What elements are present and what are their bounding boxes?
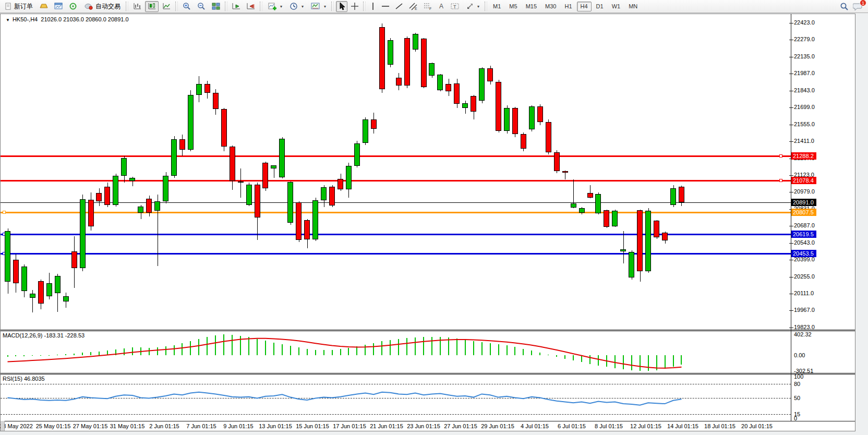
candle	[595, 194, 601, 213]
zoom-out-button[interactable]	[195, 1, 208, 12]
symbol-dropdown-arrow[interactable]: ▼	[6, 18, 10, 22]
candle	[279, 139, 285, 178]
candle	[554, 152, 560, 171]
tf-button-d1[interactable]: D1	[593, 2, 607, 11]
rsi-axis-label: 80	[794, 381, 800, 387]
cursor-icon	[338, 2, 345, 10]
tf-button-mn[interactable]: MN	[625, 2, 641, 11]
tf-button-m30[interactable]: M30	[541, 2, 560, 11]
line-drag-handle[interactable]	[779, 154, 782, 158]
toolbar-separator	[485, 2, 487, 11]
vertical-line-tool-button[interactable]	[368, 1, 378, 12]
bar-chart-mode-button[interactable]	[130, 1, 144, 12]
candle	[629, 252, 634, 278]
dropdown-caret: ▾	[324, 4, 326, 9]
candle	[46, 283, 52, 297]
open-chart-button[interactable]	[52, 1, 65, 12]
tf-button-m5[interactable]: M5	[505, 2, 521, 11]
autotrade-cloud-icon	[84, 2, 93, 10]
add-indicator-button[interactable]: ▾	[264, 1, 285, 12]
date-axis-label: 21 Jun 01:15	[370, 423, 403, 429]
candle	[221, 109, 227, 147]
channel-tool-button[interactable]: E	[406, 1, 420, 12]
text-tool-button[interactable]: A	[436, 1, 447, 12]
date-axis[interactable]: 23 May 202225 May 01:1527 May 01:1531 Ma…	[1, 421, 855, 431]
periods-button[interactable]: ▾	[286, 1, 307, 12]
trendline-tool-button[interactable]	[393, 1, 405, 12]
cursor-tool-button[interactable]	[336, 1, 347, 12]
fibonacci-tool-button[interactable]: F	[421, 1, 435, 12]
horizontal-level-line[interactable]	[1, 212, 791, 213]
horizontal-level-line[interactable]	[1, 180, 791, 182]
template-icon	[311, 2, 321, 10]
candle	[479, 68, 485, 101]
price-tick-label: 21699.0	[794, 104, 815, 110]
tile-windows-button[interactable]	[209, 1, 223, 12]
auto-scroll-button[interactable]	[230, 1, 243, 12]
date-axis-label: 18 Jul 01:15	[704, 423, 736, 429]
chat-button[interactable]: 1	[853, 2, 863, 11]
autotrade-button[interactable]: 自动交易	[81, 1, 124, 12]
tf-button-m1[interactable]: M1	[489, 2, 504, 11]
candle	[204, 84, 210, 93]
zoom-in-button[interactable]	[180, 1, 194, 12]
chart-shift-button[interactable]	[244, 1, 258, 12]
candle	[504, 108, 510, 131]
tf-button-h1[interactable]: H1	[561, 2, 575, 11]
date-axis-label: 23 May 2022	[0, 423, 33, 429]
clock-icon	[290, 2, 298, 10]
horizontal-level-line[interactable]	[1, 234, 791, 235]
price-tick-mark	[789, 91, 793, 91]
price-tick-mark	[789, 107, 793, 108]
line-drag-handle[interactable]	[779, 179, 782, 182]
price-tick-label: 20979.0	[794, 188, 815, 195]
candle	[104, 187, 110, 205]
candle	[413, 34, 418, 50]
candle	[179, 139, 185, 150]
horizontal-level-line[interactable]	[1, 155, 791, 157]
search-icon[interactable]	[840, 2, 849, 11]
price-tick-mark	[789, 23, 793, 23]
price-tick-mark	[789, 175, 793, 176]
tf-button-m15[interactable]: M15	[522, 2, 540, 11]
text-label-tool-button[interactable]: T	[448, 1, 462, 12]
arrows-tool-button[interactable]: ▾	[463, 1, 483, 12]
price-axis-border	[791, 14, 791, 421]
candle	[388, 40, 393, 65]
candle	[612, 211, 618, 226]
macd-signal-line	[1, 331, 791, 373]
tf-button-h4[interactable]: H4	[577, 2, 592, 11]
candle	[154, 201, 160, 211]
price-pane[interactable]: ▼HK50-,H4 21026.0 21036.0 20860.0 20891.…	[1, 14, 855, 330]
rsi-pane[interactable]: RSI(15) 46.8035	[1, 374, 855, 421]
templates-button[interactable]: ▾	[308, 1, 329, 12]
chart-symbol-period: HK50-,H4	[13, 16, 38, 22]
date-axis-label: 2 Jun 01:15	[149, 423, 179, 429]
line-drag-handle[interactable]	[3, 211, 6, 214]
macd-pane[interactable]: MACD(12,26,9) -183.31 -228.53	[1, 331, 855, 373]
date-axis-label: 17 Jun 01:15	[333, 423, 366, 429]
line-chart-mode-button[interactable]	[160, 1, 173, 12]
candle	[188, 95, 194, 150]
candle	[21, 267, 27, 291]
candle	[371, 119, 377, 129]
candle	[262, 163, 268, 188]
horizontal-line-icon	[381, 2, 390, 10]
gold-symbol-button[interactable]	[37, 1, 51, 12]
svg-text:F: F	[429, 7, 431, 10]
candle	[662, 233, 668, 240]
horizontal-line-tool-button[interactable]	[379, 1, 392, 12]
horizontal-level-line[interactable]	[1, 253, 791, 255]
new-order-button[interactable]: 新订单	[2, 1, 36, 12]
candle	[171, 139, 177, 175]
candlestick-mode-button[interactable]	[145, 1, 159, 12]
price-tick-mark	[789, 74, 793, 74]
date-axis-label: 14 Jul 01:15	[667, 423, 698, 429]
tf-button-w1[interactable]: W1	[608, 2, 624, 11]
date-axis-label: 27 May 01:15	[73, 423, 108, 429]
signals-button[interactable]	[66, 1, 80, 12]
price-tick-label: 20687.0	[794, 222, 815, 228]
svg-text:A: A	[439, 3, 443, 10]
chart-corner-grip	[1, 421, 5, 431]
crosshair-tool-button[interactable]	[348, 1, 361, 12]
